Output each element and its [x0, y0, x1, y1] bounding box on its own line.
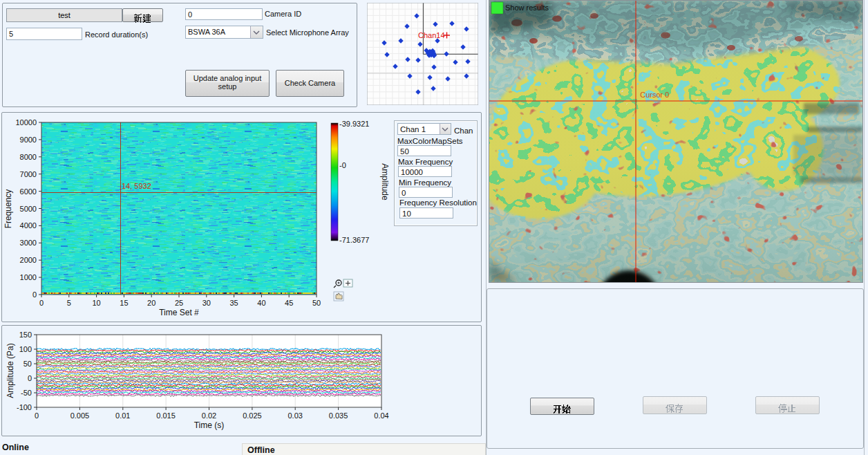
- svg-text:-39.9321: -39.9321: [339, 120, 369, 128]
- svg-text:0.02: 0.02: [202, 411, 216, 420]
- svg-text:15: 15: [120, 299, 128, 307]
- svg-text:4000: 4000: [20, 221, 37, 230]
- svg-text:-50: -50: [21, 389, 32, 397]
- svg-text:0.025: 0.025: [243, 411, 262, 420]
- svg-text:-71.3677: -71.3677: [339, 236, 369, 244]
- svg-text:50: 50: [312, 299, 321, 307]
- svg-text:Show results: Show results: [505, 3, 549, 12]
- svg-text:6000: 6000: [20, 187, 37, 196]
- svg-text:Time Set #: Time Set #: [159, 308, 199, 317]
- svg-text:100: 100: [19, 345, 32, 353]
- svg-text:-100: -100: [17, 403, 32, 411]
- svg-text:9000: 9000: [20, 136, 37, 144]
- svg-text:40: 40: [257, 299, 265, 307]
- svg-text:Chan14: Chan14: [418, 31, 445, 39]
- svg-text:0.03: 0.03: [287, 411, 302, 420]
- svg-text:0.005: 0.005: [70, 411, 90, 420]
- svg-text:Frequency: Frequency: [3, 189, 13, 229]
- svg-text:7000: 7000: [20, 170, 37, 178]
- svg-text:0: 0: [39, 299, 44, 307]
- svg-text:35: 35: [229, 299, 238, 307]
- svg-text:30: 30: [202, 299, 211, 307]
- svg-text:10000: 10000: [15, 118, 37, 127]
- svg-text:14, 5932: 14, 5932: [122, 182, 151, 190]
- svg-text:Time (s): Time (s): [194, 420, 225, 430]
- svg-text:10: 10: [92, 299, 100, 307]
- svg-text:5: 5: [67, 299, 71, 307]
- svg-text:0: 0: [32, 290, 37, 299]
- svg-text:2000: 2000: [20, 256, 37, 264]
- svg-text:-0: -0: [339, 161, 346, 169]
- svg-text:45: 45: [285, 299, 293, 307]
- svg-text:1000: 1000: [20, 273, 37, 281]
- svg-text:150: 150: [19, 331, 32, 339]
- svg-text:0.035: 0.035: [329, 411, 348, 420]
- svg-text:8000: 8000: [20, 153, 37, 161]
- svg-text:0.01: 0.01: [115, 411, 130, 420]
- svg-text:25: 25: [175, 299, 183, 307]
- svg-text:Cursor 0: Cursor 0: [640, 91, 669, 99]
- svg-text:Amplitude (Pa): Amplitude (Pa): [6, 343, 15, 398]
- svg-text:Amplitude: Amplitude: [380, 163, 390, 201]
- svg-text:0.04: 0.04: [374, 411, 388, 420]
- svg-text:20: 20: [147, 299, 155, 307]
- svg-text:3000: 3000: [20, 239, 37, 247]
- svg-text:0: 0: [35, 411, 39, 420]
- svg-text:0: 0: [28, 374, 32, 382]
- svg-text:5000: 5000: [20, 205, 37, 213]
- svg-text:50: 50: [23, 360, 32, 368]
- svg-text:0.015: 0.015: [156, 411, 176, 420]
